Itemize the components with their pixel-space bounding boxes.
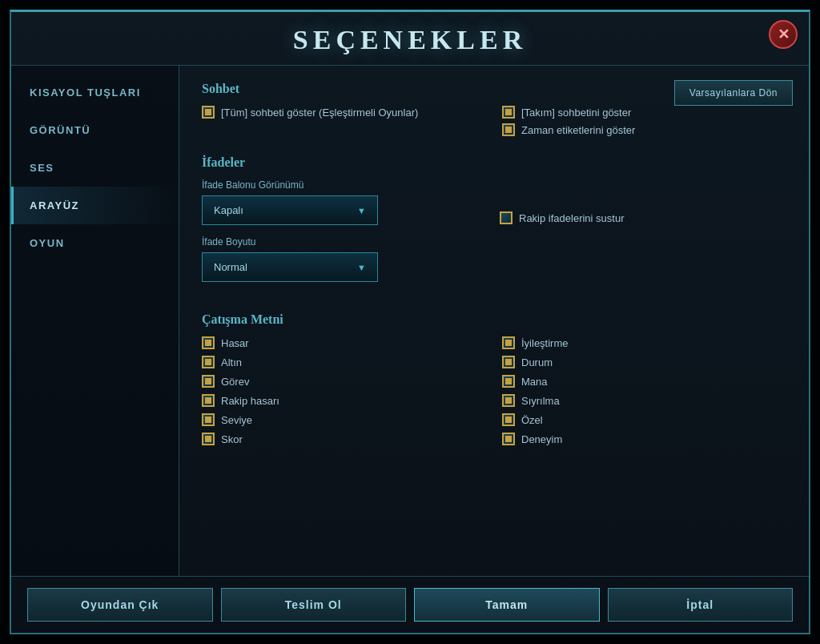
checkbox-rakip-hasar[interactable]: Rakip hasarı <box>202 394 486 407</box>
checkbox-seviye[interactable]: Seviye <box>202 413 486 426</box>
checkbox-rakip-ifade-label: Rakip ifadelerini sustur <box>519 212 625 224</box>
sohbet-checkboxes: [Tüm] sohbeti göster (Eşleştirmeli Oyunl… <box>202 106 786 136</box>
checkbox-iyilestirme-box[interactable] <box>502 336 515 349</box>
checkbox-rakip-ifade[interactable]: Rakip ifadelerini sustur <box>500 211 786 224</box>
checkbox-ozel-box[interactable] <box>502 413 515 426</box>
sidebar-item-ses[interactable]: SES <box>11 149 179 187</box>
checkbox-zaman-etiket-label: Zaman etiketlerini göster <box>521 124 635 136</box>
balon-value: Kapalı <box>214 204 243 216</box>
catisma-title: Çatışma Metni <box>202 312 786 327</box>
checkbox-durum-label: Durum <box>521 356 553 368</box>
checkbox-gorev-label: Görev <box>221 376 249 388</box>
checkbox-deneyim-label: Deneyim <box>521 433 562 445</box>
checkbox-hasar[interactable]: Hasar <box>202 336 486 349</box>
checkbox-zaman-etiket-box[interactable] <box>502 123 515 136</box>
checkbox-altin[interactable]: Altın <box>202 356 486 368</box>
checkbox-deneyim[interactable]: Deneyim <box>502 433 786 445</box>
ifadeler-section: İfadeler İfade Balonu Görünümü Kapalı ▼ … <box>202 155 786 293</box>
checkbox-hasar-box[interactable] <box>202 336 215 349</box>
modal-body: KISAYOL TUŞLARI GÖRÜNTÜ SES ARAYÜZ OYUN … <box>11 66 809 576</box>
checkbox-durum[interactable]: Durum <box>502 356 786 368</box>
modal-title: SEÇENEKLER <box>11 25 809 55</box>
boyut-value: Normal <box>214 261 247 273</box>
checkbox-tum-sohbet-label: [Tüm] sohbeti göster (Eşleştirmeli Oyunl… <box>221 107 418 119</box>
checkbox-rakip-hasar-box[interactable] <box>202 394 215 407</box>
boyut-label: İfade Boyutu <box>202 236 488 248</box>
modal-footer: Oyundan Çık Teslim Ol Tamam İptal <box>11 576 809 633</box>
catisma-section: Çatışma Metni Hasar Altın <box>202 312 786 452</box>
checkbox-iyilestirme-label: İyileştirme <box>521 337 569 349</box>
checkbox-siyrılma-label: Sıyrılma <box>521 395 560 407</box>
reset-button[interactable]: Varsayılanlara Dön <box>674 80 793 106</box>
sidebar-item-arayuz[interactable]: ARAYÜZ <box>11 187 179 224</box>
sidebar-item-oyun[interactable]: OYUN <box>11 224 179 262</box>
boyut-arrow-icon: ▼ <box>357 263 366 272</box>
checkbox-siyrılma[interactable]: Sıyrılma <box>502 394 786 407</box>
oyundan-cik-button[interactable]: Oyundan Çık <box>27 588 213 622</box>
sidebar: KISAYOL TUŞLARI GÖRÜNTÜ SES ARAYÜZ OYUN <box>11 66 179 576</box>
checkbox-siyrılma-box[interactable] <box>502 394 515 407</box>
checkbox-rakip-ifade-box[interactable] <box>500 211 512 224</box>
ifadeler-title: İfadeler <box>202 155 786 170</box>
ifadeler-grid: İfade Balonu Görünümü Kapalı ▼ İfade Boy… <box>202 179 786 293</box>
checkbox-rakip-hasar-label: Rakip hasarı <box>221 395 279 407</box>
checkbox-iyilestirme[interactable]: İyileştirme <box>502 336 786 349</box>
balon-select[interactable]: Kapalı ▼ <box>202 195 378 225</box>
catisma-left: Hasar Altın Görev <box>202 336 486 452</box>
options-modal: SEÇENEKLER ✕ KISAYOL TUŞLARI GÖRÜNTÜ SES… <box>10 10 810 634</box>
checkbox-altin-box[interactable] <box>202 356 215 368</box>
checkbox-hasar-label: Hasar <box>221 337 249 349</box>
checkbox-skor[interactable]: Skor <box>202 433 486 445</box>
ifadeler-right: Rakip ifadelerini sustur <box>500 179 786 293</box>
iptal-button[interactable]: İptal <box>608 588 794 622</box>
checkbox-mana[interactable]: Mana <box>502 375 786 388</box>
checkbox-altin-label: Altın <box>221 356 242 368</box>
catisma-grid: Hasar Altın Görev <box>202 336 786 452</box>
checkbox-takim-sohbet-box[interactable] <box>502 106 515 119</box>
checkbox-skor-label: Skor <box>221 433 243 445</box>
sidebar-item-kisayol[interactable]: KISAYOL TUŞLARI <box>11 74 179 111</box>
modal-header: SEÇENEKLER ✕ <box>11 12 809 66</box>
checkbox-mana-box[interactable] <box>502 375 515 388</box>
checkbox-deneyim-box[interactable] <box>502 433 515 445</box>
checkbox-skor-box[interactable] <box>202 433 215 445</box>
checkbox-takim-sohbet-label: [Takım] sohbetini göster <box>521 107 631 119</box>
checkbox-zaman-etiket[interactable]: Zaman etiketlerini göster <box>502 123 786 136</box>
checkbox-gorev-box[interactable] <box>202 375 215 388</box>
checkbox-tum-sohbet[interactable]: [Tüm] sohbeti göster (Eşleştirmeli Oyunl… <box>202 106 486 119</box>
modal-overlay: SEÇENEKLER ✕ KISAYOL TUŞLARI GÖRÜNTÜ SES… <box>0 0 820 644</box>
catisma-right: İyileştirme Durum Mana <box>502 336 786 452</box>
checkbox-seviye-label: Seviye <box>221 414 252 426</box>
checkbox-seviye-box[interactable] <box>202 413 215 426</box>
ifadeler-left: İfade Balonu Görünümü Kapalı ▼ İfade Boy… <box>202 179 488 293</box>
boyut-select[interactable]: Normal ▼ <box>202 252 378 282</box>
checkbox-ozel-label: Özel <box>521 414 543 426</box>
checkbox-mana-label: Mana <box>521 376 548 388</box>
tamam-button[interactable]: Tamam <box>414 588 600 622</box>
balon-arrow-icon: ▼ <box>357 206 366 215</box>
checkbox-takim-sohbet[interactable]: [Takım] sohbetini göster <box>502 106 786 119</box>
content-area: Varsayılanlara Dön Sohbet [Tüm] sohbeti … <box>179 66 809 576</box>
sidebar-item-goruntu[interactable]: GÖRÜNTÜ <box>11 111 179 149</box>
close-button[interactable]: ✕ <box>769 20 798 49</box>
teslim-ol-button[interactable]: Teslim Ol <box>221 588 407 622</box>
checkbox-ozel[interactable]: Özel <box>502 413 786 426</box>
checkbox-tum-sohbet-box[interactable] <box>202 106 215 119</box>
checkbox-gorev[interactable]: Görev <box>202 375 486 388</box>
balon-label: İfade Balonu Görünümü <box>202 179 488 191</box>
checkbox-durum-box[interactable] <box>502 356 515 368</box>
